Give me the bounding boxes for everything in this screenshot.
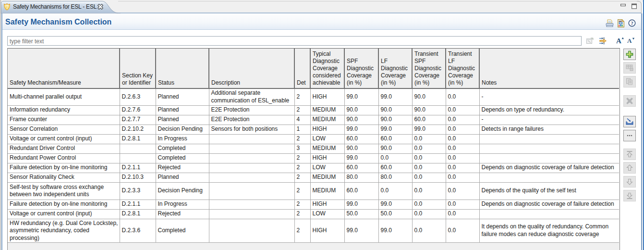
svg-text:A: A bbox=[616, 37, 621, 44]
svg-text:?: ? bbox=[631, 21, 633, 26]
svg-text:A: A bbox=[627, 38, 632, 44]
